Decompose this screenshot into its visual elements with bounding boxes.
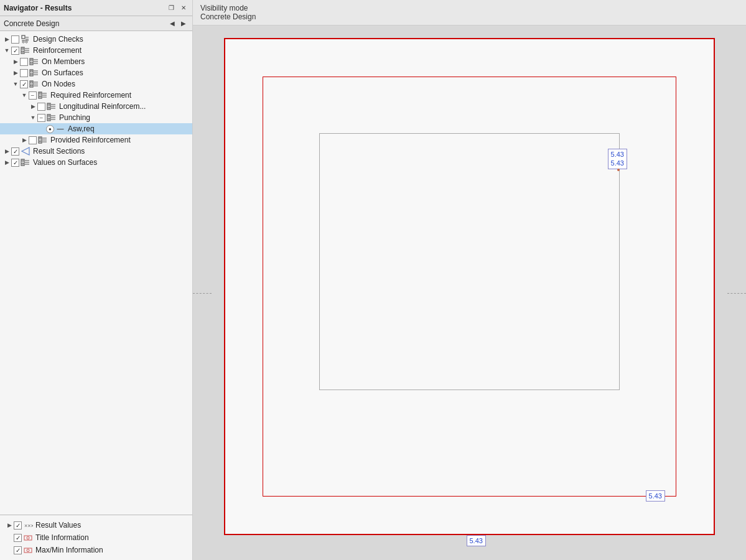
- checkbox-title-information[interactable]: [14, 534, 22, 542]
- icon-longitudinal: [47, 101, 57, 111]
- svg-point-32: [27, 537, 29, 539]
- label-values-on-surfaces: Values on Surfaces: [32, 158, 97, 167]
- expand-on-surfaces[interactable]: [11, 68, 20, 77]
- expand-result-sections[interactable]: [2, 147, 11, 156]
- expand-title-info: [5, 533, 14, 542]
- icon-title-information: [23, 533, 33, 543]
- tree-item-result-sections[interactable]: Result Sections: [0, 146, 192, 157]
- svg-point-4: [22, 48, 23, 49]
- data-label-3: 5.43: [467, 535, 486, 546]
- svg-point-7: [30, 59, 32, 60]
- svg-point-1: [22, 41, 24, 43]
- svg-point-26: [39, 141, 40, 142]
- tree-item-on-members[interactable]: On Members: [0, 56, 192, 67]
- label-on-members: On Members: [40, 57, 85, 66]
- icon-on-members: [29, 57, 39, 67]
- expand-reinforcement[interactable]: [2, 46, 11, 55]
- label-on-surfaces: On Surfaces: [40, 68, 83, 77]
- dropdown-label: Concrete Design: [4, 19, 59, 28]
- expand-result-values[interactable]: [5, 521, 14, 530]
- label-asw-req: Asw,req: [67, 124, 95, 133]
- checkbox-design-checks[interactable]: [11, 35, 19, 44]
- checkbox-on-surfaces[interactable]: [20, 69, 28, 77]
- icon-result-values: ×××: [23, 520, 33, 530]
- svg-point-13: [30, 82, 32, 83]
- restore-button[interactable]: ❐: [166, 3, 176, 13]
- label-result-values: Result Values: [34, 521, 81, 530]
- icon-asw-req: —: [55, 124, 65, 134]
- tree-item-punching[interactable]: Punching: [0, 112, 192, 123]
- svg-point-22: [48, 115, 49, 116]
- expand-values-on-surfaces[interactable]: [2, 158, 11, 167]
- svg-point-29: [22, 163, 23, 164]
- tree-container: Design Checks Reinforcement On Members: [0, 31, 192, 515]
- expand-provided-reinforcement[interactable]: [20, 136, 29, 144]
- label-result-sections: Result Sections: [32, 147, 85, 156]
- dropdown-bar[interactable]: Concrete Design ◀ ▶: [0, 16, 192, 31]
- right-panel: Visibility mode Concrete Design 5.43 5.4…: [193, 0, 746, 560]
- tree-item-longitudinal-reinforcement[interactable]: Longitudinal Reinforcem...: [0, 101, 192, 112]
- bottom-item-result-values[interactable]: ××× Result Values: [5, 519, 187, 531]
- tree-item-on-surfaces[interactable]: On Surfaces: [0, 67, 192, 78]
- checkbox-values-on-surfaces[interactable]: [11, 159, 19, 167]
- icon-design-checks: [21, 34, 30, 44]
- checkbox-required-reinforcement[interactable]: [29, 91, 37, 100]
- expand-asw-req: [37, 124, 46, 133]
- label-reinforcement: Reinforcement: [32, 46, 82, 55]
- panel-header: Navigator - Results ❐ ✕: [0, 0, 192, 16]
- checkbox-punching[interactable]: [37, 114, 45, 122]
- inner-rectangle-small: [319, 133, 620, 390]
- dot-marker: [617, 169, 620, 171]
- dashed-line-left: [193, 293, 212, 294]
- left-panel: Navigator - Results ❐ ✕ Concrete Design …: [0, 0, 193, 560]
- data-value-4: 5.43: [470, 537, 483, 544]
- checkbox-on-nodes[interactable]: [20, 80, 28, 88]
- next-arrow[interactable]: ▶: [179, 19, 189, 29]
- tree-item-design-checks[interactable]: Design Checks: [0, 34, 192, 45]
- prev-arrow[interactable]: ◀: [167, 19, 177, 29]
- expand-longitudinal[interactable]: [29, 102, 37, 111]
- checkbox-reinforcement[interactable]: [11, 47, 19, 55]
- icon-on-surfaces: [29, 68, 39, 78]
- expand-punching[interactable]: [29, 113, 37, 122]
- data-value-2: 5.43: [611, 159, 624, 167]
- close-button[interactable]: ✕: [179, 3, 189, 13]
- tree-item-reinforcement[interactable]: Reinforcement: [0, 45, 192, 56]
- svg-point-17: [39, 96, 40, 97]
- tree-item-asw-req[interactable]: — Asw,req: [0, 123, 192, 134]
- expand-design-checks[interactable]: [2, 35, 11, 44]
- checkbox-maxmin-information[interactable]: [14, 546, 22, 554]
- tree-item-values-on-surfaces[interactable]: Values on Surfaces: [0, 157, 192, 168]
- svg-point-25: [39, 138, 40, 139]
- icon-result-sections: [21, 146, 30, 156]
- canvas-area[interactable]: 5.43 5.43 5.43 5.43: [193, 26, 746, 560]
- bottom-item-title-information[interactable]: Title Information: [5, 531, 187, 544]
- svg-point-2: [26, 41, 27, 43]
- visibility-mode-label: Visibility mode: [200, 4, 739, 12]
- tree-item-on-nodes[interactable]: On Nodes: [0, 78, 192, 90]
- panel-title: Navigator - Results: [4, 4, 72, 12]
- radio-asw-req[interactable]: [46, 125, 54, 133]
- tree-item-provided-reinforcement[interactable]: Provided Reinforcement: [0, 134, 192, 146]
- svg-point-23: [48, 118, 49, 119]
- content-header: Visibility mode Concrete Design: [193, 0, 746, 26]
- bottom-item-maxmin-information[interactable]: Max/Min Information: [5, 544, 187, 556]
- svg-point-10: [30, 70, 32, 72]
- expand-required-reinforcement[interactable]: [20, 91, 29, 100]
- expand-on-members[interactable]: [11, 57, 20, 66]
- data-label-2: 5.43: [646, 490, 665, 502]
- icon-punching: [47, 113, 57, 123]
- checkbox-result-sections[interactable]: [11, 147, 19, 156]
- checkbox-on-members[interactable]: [20, 58, 28, 66]
- tree-item-required-reinforcement[interactable]: Required Reinforcement: [0, 90, 192, 101]
- dashed-line-right: [727, 293, 746, 294]
- checkbox-provided-reinforcement[interactable]: [29, 136, 37, 144]
- checkbox-longitudinal[interactable]: [37, 103, 45, 111]
- checkbox-result-values[interactable]: [14, 521, 22, 530]
- svg-point-16: [39, 93, 40, 94]
- expand-on-nodes[interactable]: [11, 80, 20, 88]
- panel-header-icons: ❐ ✕: [166, 3, 189, 13]
- svg-point-28: [22, 160, 23, 161]
- data-label-1: 5.43 5.43: [608, 149, 627, 169]
- svg-point-19: [48, 104, 49, 105]
